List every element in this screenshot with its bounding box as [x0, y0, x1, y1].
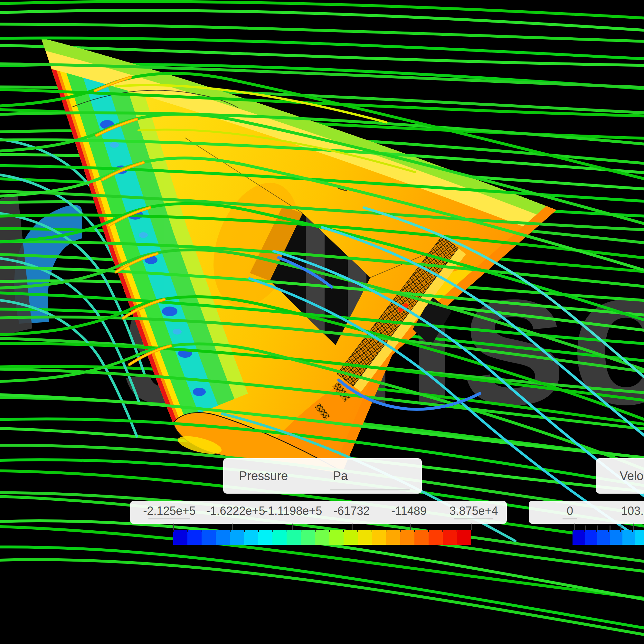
velocity-scale-values-panel: 0 103.3 [529, 501, 644, 524]
scale-tick [410, 524, 411, 530]
scale-tick [292, 524, 293, 530]
streamline [0, 560, 644, 636]
scale-tick [232, 524, 233, 530]
scale-tick [352, 524, 353, 530]
velocity-scale-value: 103.3 [621, 504, 644, 518]
pressure-colorbar-minor-ticks [173, 530, 471, 532]
scale-tick [574, 524, 575, 530]
pressure-max-underline [454, 518, 493, 519]
velocity-legend-title: Velocity [620, 468, 644, 484]
pressure-scale-values-panel: -2.125e+5 -1.6222e+5 -1.1198e+5 -61732 -… [130, 501, 507, 524]
pressure-min-underline [148, 518, 190, 519]
scale-tick [620, 526, 621, 530]
pressure-max-field[interactable]: 3.875e+4 [449, 504, 498, 518]
pressure-unit-underline [330, 489, 410, 490]
pressure-scale-value: -11489 [391, 504, 426, 518]
scale-tick [585, 526, 586, 530]
pressure-scale-value: -61732 [334, 504, 370, 518]
scale-tick [633, 524, 634, 530]
pressure-min-field[interactable]: -2.125e+5 [143, 504, 195, 518]
pressure-legend-title-panel[interactable]: Pressure Pa [223, 458, 422, 494]
scale-tick [597, 526, 598, 530]
scale-tick [173, 524, 174, 530]
pressure-scale-value: -1.1198e+5 [264, 504, 322, 518]
scale-tick [471, 524, 472, 530]
pressure-unit-field[interactable]: Pa [333, 468, 348, 484]
pressure-scale-value: -1.6222e+5 [206, 504, 265, 518]
velocity-colorbar-minor-ticks [573, 530, 644, 532]
velocity-min-field[interactable]: 0 [567, 504, 573, 518]
pressure-legend-title: Pressure [239, 468, 288, 484]
velocity-min-underline [563, 518, 577, 519]
velocity-legend-title-panel[interactable]: Velocity [596, 458, 644, 494]
scale-tick [610, 526, 611, 530]
cfd-3d-viewport[interactable]: simscale [0, 0, 644, 644]
